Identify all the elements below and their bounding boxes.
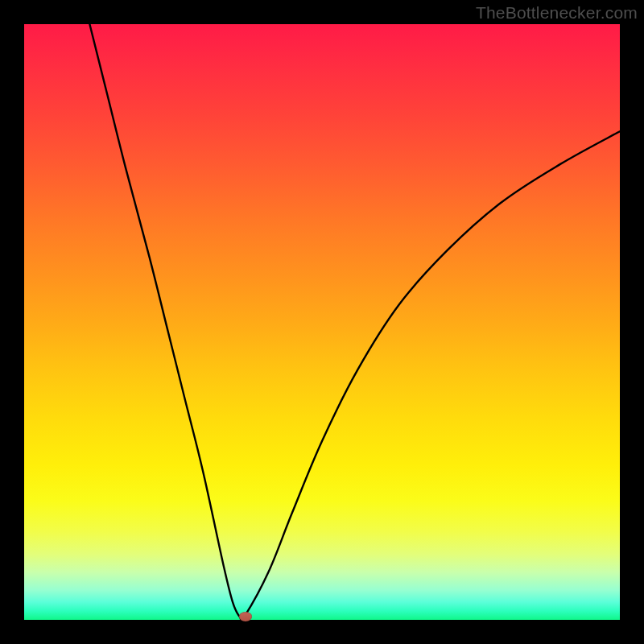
curve-svg bbox=[24, 24, 620, 620]
bottleneck-curve bbox=[89, 24, 620, 621]
chart-stage: TheBottlenecker.com bbox=[0, 0, 644, 644]
watermark-text: TheBottlenecker.com bbox=[476, 3, 638, 23]
minimum-point-marker bbox=[239, 612, 252, 621]
plot-area bbox=[24, 24, 620, 620]
